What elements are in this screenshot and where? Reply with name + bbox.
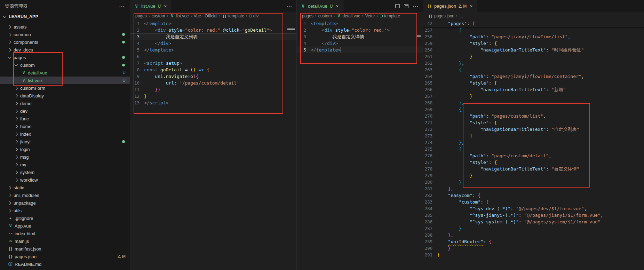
chevron-down-icon [15, 63, 18, 66]
code-line-5: 5</template> [297, 47, 423, 53]
breadcrumb-separator: › [149, 14, 150, 18]
code-line-265: 265 "style": { [423, 80, 644, 86]
tree-item-utils[interactable]: utils [0, 207, 130, 214]
tree-item-dataDisplay[interactable]: dataDisplay [0, 92, 130, 100]
code-editor[interactable]: 1<template>2 <div style="color: red;" @c… [130, 20, 296, 106]
tree-item-index[interactable]: index [0, 130, 130, 138]
line-number: 280 [423, 179, 437, 185]
tree-item-list.vue[interactable]: Vlist.vueU [0, 77, 130, 84]
code-editor[interactable]: 42 "pages": [257 {258 "path": "pages/jia… [423, 20, 644, 258]
editor-layout-icon[interactable] [404, 4, 408, 8]
tree-item-pages.json[interactable]: {}pages.json2, M [0, 253, 130, 260]
chevron-right-icon [8, 25, 11, 29]
code-line-267: 267 } [423, 93, 644, 100]
breadcrumb-item[interactable]: pages [302, 14, 313, 18]
line-number: 288 [423, 232, 437, 238]
breadcrumb-item[interactable]: custom [318, 14, 332, 18]
breadcrumb-item[interactable]: {}template [222, 14, 244, 18]
tree-item-pages[interactable]: pages [0, 54, 130, 61]
tree-item-unpackage[interactable]: unpackage [0, 199, 130, 207]
code-line-274: 274 }, [423, 139, 644, 146]
tree-item-home[interactable]: home [0, 122, 130, 130]
tree-item-dev[interactable]: dev [0, 107, 130, 115]
code-line-285: 285 "^sys-jianyi-(.*)": "@/pages/jianyi/… [423, 212, 644, 219]
tree-item-uni_modules[interactable]: uni_modules [0, 191, 130, 199]
close-icon[interactable]: × [469, 3, 473, 9]
modified-content-dot-badge [122, 140, 125, 143]
tree-item-jianyi[interactable]: jianyi [0, 138, 130, 145]
editor-group-detail: V detail.vue U × ⋯ pages›custom›Vdetail.… [296, 0, 423, 270]
tree-item-uni.scss[interactable]: Suni.scss [0, 268, 130, 270]
root-folder-header[interactable]: LEARUN_APP [0, 12, 130, 21]
breadcrumb-item[interactable]: Vlist.vue [170, 14, 189, 18]
close-icon[interactable]: × [163, 3, 167, 9]
tree-item-common[interactable]: common [0, 31, 130, 38]
breadcrumb-item[interactable]: custom [152, 14, 165, 18]
tree-item-main.js[interactable]: JSmain.js [0, 237, 130, 245]
chevron-down-icon [3, 14, 7, 18]
breadcrumb-item[interactable]: {}pages.json [428, 14, 454, 18]
more-actions-icon[interactable]: ⋯ [286, 3, 292, 9]
sticky-scroll-line[interactable]: 42 "pages": [ [423, 20, 644, 27]
tree-item-msg[interactable]: msg [0, 153, 130, 161]
line-number: 265 [423, 80, 437, 86]
code-line-263: 263 { [423, 66, 644, 73]
code-line-261: 261 } [423, 53, 644, 60]
tree-item-App.vue[interactable]: VApp.vue [0, 222, 130, 230]
more-actions-icon[interactable]: ⋯ [413, 3, 419, 9]
more-actions-icon[interactable]: ⋯ [119, 3, 125, 9]
tree-item-.gitignore[interactable]: ◆.gitignore [0, 214, 130, 222]
tree-item-index.html[interactable]: <>index.html [0, 230, 130, 237]
breadcrumb-item[interactable]: div [249, 14, 259, 18]
code-line-272: 272 "navigationBarTitleText": "自定义列表" [423, 126, 644, 133]
file-label: func [20, 116, 29, 121]
breadcrumb-item[interactable]: Vdetail.vue [336, 14, 360, 18]
code-line-287: 287 } [423, 225, 644, 232]
file-label: .gitignore [15, 216, 33, 221]
tree-item-detail.vue[interactable]: Vdetail.vueU [0, 69, 130, 77]
code-editor[interactable]: 1<template>2 <div style="color: red;">3 … [297, 20, 423, 53]
chevron-right-icon [15, 117, 18, 120]
tree-item-system[interactable]: system [0, 168, 130, 176]
breadcrumb-item[interactable]: Vetur [365, 14, 375, 18]
line-number: 257 [423, 27, 437, 33]
line-number: 12 [130, 93, 144, 100]
breadcrumb-item[interactable]: pages [135, 14, 147, 18]
breadcrumb-item[interactable]: … [459, 14, 463, 18]
tab-pages-json[interactable]: {} pages.json 2, M × [423, 0, 477, 12]
tree-item-demo[interactable]: demo [0, 100, 130, 107]
tree-item-assets[interactable]: assets [0, 23, 130, 31]
overview-ruler-marker [417, 35, 421, 37]
tree-item-components[interactable]: components [0, 38, 130, 46]
tab-list-vue[interactable]: V list.vue U × [130, 0, 171, 12]
tree-item-workflow[interactable]: workflow [0, 176, 130, 184]
close-icon[interactable]: × [335, 3, 339, 9]
breadcrumb-item[interactable]: Vue - Official [194, 14, 217, 18]
breadcrumbs: pages›custom›Vdetail.vue›Vetur›template [297, 12, 423, 20]
code-line-3: 3 我是自定义详情 [297, 33, 423, 40]
line-number: 272 [423, 126, 437, 133]
tree-item-custom[interactable]: custom [0, 61, 130, 69]
chevron-right-icon [15, 102, 18, 105]
tree-item-dev_docs[interactable]: dev_docs [0, 46, 130, 54]
tree-item-login[interactable]: login [0, 145, 130, 153]
line-number: 10 [130, 80, 144, 86]
chevron-right-icon [8, 209, 11, 212]
tree-item-func[interactable]: func [0, 115, 130, 122]
tree-item-my[interactable]: my [0, 161, 130, 168]
tree-item-README.md[interactable]: ⓘREADME.md [0, 260, 130, 268]
tree-item-customForm[interactable]: customForm [0, 84, 130, 92]
overview-ruler-marker [287, 29, 295, 30]
code-line-2: 2 <div style="color: red;" @click="goDet… [130, 27, 296, 33]
breadcrumbs: {}pages.json›… [423, 12, 644, 20]
tab-detail-vue[interactable]: V detail.vue U × [297, 0, 343, 12]
line-number: 5 [297, 47, 311, 53]
editor-actions [640, 0, 644, 12]
file-label: customForm [20, 86, 45, 91]
line-number: 4 [297, 40, 311, 47]
tree-item-manifest.json[interactable]: {}manifest.json [0, 245, 130, 253]
tree-item-static[interactable]: static [0, 184, 130, 191]
chevron-right-icon [8, 33, 11, 36]
split-editor-icon[interactable] [395, 4, 400, 8]
breadcrumb-item[interactable]: template [380, 14, 400, 18]
